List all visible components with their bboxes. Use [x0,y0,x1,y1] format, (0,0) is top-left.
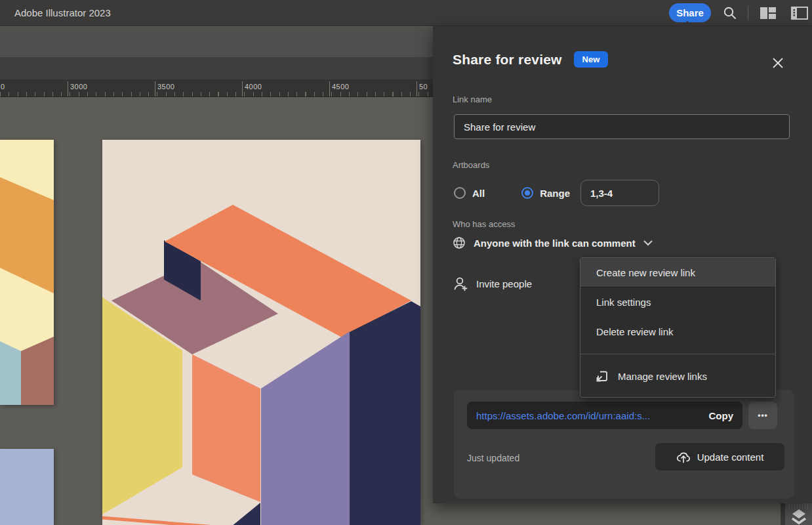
artboard-left-partial[interactable] [0,140,54,405]
radio-range[interactable] [521,187,533,199]
invite-people-icon [453,276,469,292]
range-input[interactable] [580,180,659,206]
globe-icon [453,236,466,249]
who-has-access-label: Who has access [453,219,515,229]
artboards-label: Artboards [453,160,489,170]
ruler-label: 50 [419,83,428,91]
dock-divider [781,503,785,525]
artboards-radio-row: All Range [454,180,659,206]
layers-icon[interactable] [790,509,807,525]
manage-review-links-icon [595,369,609,383]
update-content-label: Update content [697,452,764,463]
link-name-input[interactable] [454,114,790,139]
chevron-down-icon [643,240,653,246]
more-options-button[interactable]: ••• [748,402,777,429]
share-for-review-panel: Share for review New Link name Artboards… [433,26,812,503]
ruler-label: 4500 [332,83,349,91]
review-link-card: https://assets.adobe.com/id/urn:aaid:s..… [454,390,794,499]
dock-grip-ticks [789,503,809,509]
copy-button[interactable]: Copy [709,410,734,421]
search-icon[interactable] [722,5,738,21]
menu-item-manage-review-links[interactable]: Manage review links [580,354,775,398]
ruler-label: 4000 [245,83,262,91]
app-title: Adobe Illustrator 2023 [14,0,111,26]
menu-item-delete-review-link[interactable]: Delete review link [580,317,775,346]
update-content-button[interactable]: Update content [655,443,784,471]
arrange-documents-icon[interactable] [760,7,777,20]
access-value: Anyone with the link can comment [474,238,636,249]
share-button[interactable]: Share [669,3,711,22]
update-status-text: Just updated [467,453,519,463]
close-icon[interactable] [771,56,784,70]
ruler-label: 3000 [70,83,87,91]
panel-title: Share for review [453,52,562,68]
radio-all-label: All [472,188,485,199]
menu-item-link-settings[interactable]: Link settings [580,287,775,317]
review-link-context-menu: Create new review link Link settings Del… [580,257,776,398]
ruler-label: 3500 [157,83,174,91]
invite-people-button[interactable]: Invite people [453,276,532,292]
application-window: 0 3000 3500 4000 4500 50 Adobe Illustrat… [0,0,812,525]
radio-all[interactable] [454,187,466,199]
review-link-url: https://assets.adobe.com/id/urn:aaid:s..… [476,410,702,421]
review-link-url-field[interactable]: https://assets.adobe.com/id/urn:aaid:s..… [467,402,742,429]
right-dock[interactable] [785,503,812,525]
panel-beak [681,21,694,26]
cloud-upload-icon [676,451,691,463]
workspace-switcher-icon[interactable] [791,7,808,20]
toolbar-divider [748,6,748,20]
artboard-bottom-partial[interactable] [0,449,54,525]
artboard-main[interactable] [102,140,420,525]
ruler-label: 0 [1,83,5,91]
new-badge: New [574,51,609,68]
access-dropdown[interactable]: Anyone with the link can comment [453,236,653,249]
menu-item-create-new-review-link[interactable]: Create new review link [580,258,775,287]
link-name-label: Link name [453,94,492,104]
manage-review-links-label: Manage review links [618,371,707,382]
invite-people-label: Invite people [476,278,532,289]
radio-range-label: Range [540,188,570,199]
